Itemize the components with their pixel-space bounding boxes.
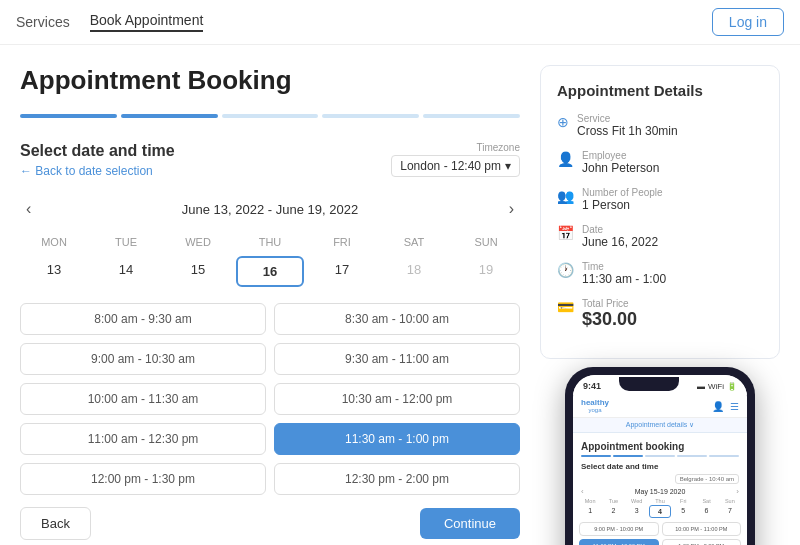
phone-status-bar: 9:41 ▬ WiFi 🔋	[573, 375, 747, 395]
day-15[interactable]: 15	[164, 256, 232, 287]
phone-cal-title: May 15-19 2020	[635, 488, 686, 495]
slot-5[interactable]: 10:30 am - 12:00 pm	[274, 383, 520, 415]
timezone-label: Timezone	[476, 142, 520, 153]
day-14[interactable]: 14	[92, 256, 160, 287]
service-icon: ⊕	[557, 114, 569, 130]
day-header-fri: FRI	[308, 232, 376, 252]
phone-prog-5	[709, 455, 739, 457]
day-header-sun: SUN	[452, 232, 520, 252]
price-label: Total Price	[582, 298, 637, 309]
back-button[interactable]: Back	[20, 507, 91, 540]
day-18[interactable]: 18	[380, 256, 448, 287]
phone-tz-value[interactable]: Belgrade - 10:40 am	[675, 474, 739, 484]
time-label: Time	[582, 261, 666, 272]
phone-prev-btn[interactable]: ‹	[581, 487, 584, 496]
phone-menu-icon[interactable]: ☰	[730, 401, 739, 412]
phone-notch	[619, 377, 679, 391]
time-slots-grid: 8:00 am - 9:30 am 8:30 am - 10:00 am 9:0…	[20, 303, 520, 495]
battery-icon: 🔋	[727, 382, 737, 391]
slot-3[interactable]: 9:30 am - 11:00 am	[274, 343, 520, 375]
week-title: June 13, 2022 - June 19, 2022	[182, 202, 358, 217]
date-value: June 16, 2022	[582, 235, 658, 249]
day-13[interactable]: 13	[20, 256, 88, 287]
slot-2[interactable]: 9:00 am - 10:30 am	[20, 343, 266, 375]
p-day-4[interactable]: 4	[649, 505, 671, 518]
phone-timezone: Belgrade - 10:40 am	[573, 473, 747, 485]
calendar-header: ‹ June 13, 2022 - June 19, 2022 ›	[20, 198, 520, 220]
p-slot-0[interactable]: 9:00 PM - 10:00 PM	[579, 522, 659, 536]
app-logo: healthy yoga	[581, 399, 609, 413]
p-slot-2[interactable]: 11:00 PM - 12:00 PM	[579, 539, 659, 545]
date-label: Date	[582, 224, 658, 235]
p-slot-1[interactable]: 10:00 PM - 11:00 PM	[662, 522, 742, 536]
day-header-wed: WED	[164, 232, 232, 252]
phone-slots: 9:00 PM - 10:00 PM 10:00 PM - 11:00 PM 1…	[573, 518, 747, 545]
day-19[interactable]: 19	[452, 256, 520, 287]
days-grid: MON TUE WED THU FRI SAT SUN 13 14 15 16 …	[20, 232, 520, 287]
slot-1[interactable]: 8:30 am - 10:00 am	[274, 303, 520, 335]
employee-icon: 👤	[557, 151, 574, 167]
service-label: Service	[577, 113, 678, 124]
phone-prog-2	[613, 455, 643, 457]
bottom-buttons: Back Continue	[20, 495, 520, 545]
p-slot-3[interactable]: 1:00 PM - 2:00 PM	[662, 539, 742, 545]
phone-screen: 9:41 ▬ WiFi 🔋 healthy yoga	[573, 375, 747, 545]
details-title: Appointment Details	[557, 82, 763, 99]
p-day-7[interactable]: 7	[719, 505, 741, 518]
next-week-button[interactable]: ›	[503, 198, 520, 220]
slot-6[interactable]: 11:00 am - 12:30 pm	[20, 423, 266, 455]
timezone-selector[interactable]: Timezone London - 12:40 pm ▾	[391, 142, 520, 177]
progress-seg-5	[423, 114, 520, 118]
phone-section-title: Appointment booking	[573, 437, 747, 452]
detail-date-content: Date June 16, 2022	[582, 224, 658, 249]
nav-left: Services Book Appointment	[16, 12, 203, 32]
nav-book[interactable]: Book Appointment	[90, 12, 204, 32]
navigation: Services Book Appointment Log in	[0, 0, 800, 45]
login-button[interactable]: Log in	[712, 8, 784, 36]
slot-7[interactable]: 11:30 am - 1:00 pm	[274, 423, 520, 455]
phone-user-icon[interactable]: 👤	[712, 401, 724, 412]
nav-services[interactable]: Services	[16, 14, 70, 30]
p-day-h-tue: Tue	[602, 498, 624, 504]
detail-time-content: Time 11:30 am - 1:00	[582, 261, 666, 286]
slot-9[interactable]: 12:30 pm - 2:00 pm	[274, 463, 520, 495]
back-to-date-link[interactable]: ← Back to date selection	[20, 164, 175, 178]
phone-prog-3	[645, 455, 675, 457]
phone-sub-title: Select date and time	[573, 460, 747, 473]
employee-value: John Peterson	[582, 161, 659, 175]
continue-button[interactable]: Continue	[420, 508, 520, 539]
p-day-2[interactable]: 2	[602, 505, 624, 518]
slot-4[interactable]: 10:00 am - 11:30 am	[20, 383, 266, 415]
section-left: Select date and time ← Back to date sele…	[20, 142, 175, 190]
day-header-mon: MON	[20, 232, 88, 252]
p-day-h-wed: Wed	[626, 498, 648, 504]
detail-people-content: Number of People 1 Person	[582, 187, 663, 212]
wifi-icon: WiFi	[708, 382, 724, 391]
detail-people-row: 👥 Number of People 1 Person	[557, 187, 763, 212]
service-value: Cross Fit 1h 30min	[577, 124, 678, 138]
slot-0[interactable]: 8:00 am - 9:30 am	[20, 303, 266, 335]
people-icon: 👥	[557, 188, 574, 204]
timezone-text: London - 12:40 pm	[400, 159, 501, 173]
slot-8[interactable]: 12:00 pm - 1:30 pm	[20, 463, 266, 495]
p-day-3[interactable]: 3	[626, 505, 648, 518]
section-title: Select date and time	[20, 142, 175, 160]
p-day-1[interactable]: 1	[579, 505, 601, 518]
prev-week-button[interactable]: ‹	[20, 198, 37, 220]
p-day-h-thu: Thu	[649, 498, 671, 504]
p-day-5[interactable]: 5	[672, 505, 694, 518]
detail-service-row: ⊕ Service Cross Fit 1h 30min	[557, 113, 763, 138]
people-label: Number of People	[582, 187, 663, 198]
phone-next-btn[interactable]: ›	[736, 487, 739, 496]
phone-status-icons: ▬ WiFi 🔋	[697, 382, 737, 391]
progress-seg-4	[322, 114, 419, 118]
right-panel: Appointment Details ⊕ Service Cross Fit …	[540, 65, 780, 545]
time-value: 11:30 am - 1:00	[582, 272, 666, 286]
day-17[interactable]: 17	[308, 256, 376, 287]
day-16[interactable]: 16	[236, 256, 304, 287]
progress-seg-1	[20, 114, 117, 118]
timezone-value[interactable]: London - 12:40 pm ▾	[391, 155, 520, 177]
appointment-details-card: Appointment Details ⊕ Service Cross Fit …	[540, 65, 780, 359]
p-day-6[interactable]: 6	[695, 505, 717, 518]
phone-nav[interactable]: Appointment details ∨	[573, 418, 747, 433]
